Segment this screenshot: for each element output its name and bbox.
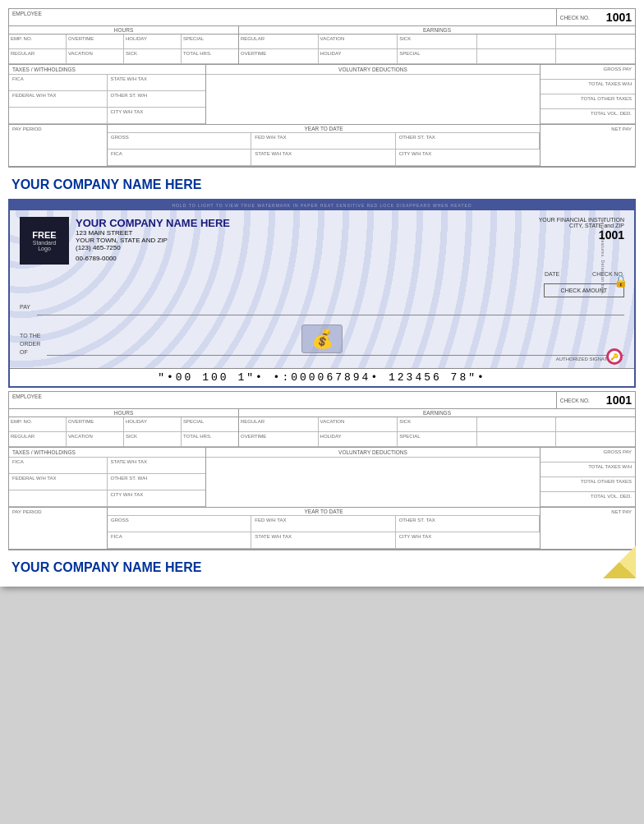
overtime-h: OVERTIME [67, 35, 124, 49]
vol-ded-title: VOLUNTARY DEDUCTIONS [206, 65, 540, 75]
financial-institution: YOUR FINANCIAL INSTITUTION [539, 217, 624, 223]
gross-pay-b: GROSS PAY [540, 448, 635, 463]
check-no-label: CHECK NO. [560, 15, 590, 21]
ytd-state-wh: STATE W/H TAX [251, 150, 395, 166]
check-amount-box: CHECK AMOUNT [544, 283, 624, 297]
employee-label-b: EMPLOYEE [9, 392, 557, 408]
city-state-zip: CITY, STATE and ZIP [539, 223, 624, 228]
to-the-order: TO THEORDEROF [20, 332, 40, 356]
check-address1: 123 MAIN STREET [76, 229, 230, 237]
earnings-title: EARNINGS [239, 26, 635, 35]
check-number-b: 1001 [606, 394, 632, 407]
emp-no: EMP. NO. [9, 35, 67, 49]
other-st-wh-b: OTHER ST. W/H [108, 474, 206, 490]
be-blank2 [556, 417, 635, 432]
state-wh: STATE W/H TAX [108, 75, 206, 91]
check-company-name: YOUR COMPANY NAME HERE [76, 217, 230, 229]
check-no-header: CHECK NO. 1001 [557, 9, 635, 25]
total-other-b: TOTAL OTHER TAXES [540, 477, 635, 492]
e-regular: REGULAR [239, 35, 319, 49]
special-h-b: SPECIAL [182, 417, 238, 432]
micr-line: "•00 100 1"• •:000067894• 123456 78"• [10, 368, 634, 386]
other-st-wh: OTHER ST. W/H [108, 91, 206, 108]
check-no-label-b: CHECK NO. [560, 398, 590, 403]
ytd-city-wh: CITY W/H TAX [396, 150, 540, 166]
total-vol: TOTAL VOL. DED. [540, 109, 635, 124]
logo-logo: Logo [38, 246, 51, 251]
net-pay-b: NET PAY [540, 508, 635, 549]
net-pay: NET PAY [540, 125, 635, 166]
be-vacation: VACATION [319, 417, 398, 432]
be-overtime: OVERTIME [239, 432, 319, 447]
be-sick: SICK [398, 417, 477, 432]
be-blank1 [477, 417, 557, 432]
total-other: TOTAL OTHER TAXES [540, 94, 635, 109]
ytd-other-st: OTHER ST. TAX [396, 133, 540, 150]
gross-pay: GROSS PAY [540, 65, 635, 80]
check-pay-row: PAY [20, 304, 624, 315]
stub-bottom-container: EMPLOYEE CHECK NO. 1001 HOURS EMP. NO. O… [8, 391, 636, 578]
holiday-h: HOLIDAY [124, 35, 182, 49]
total-vol-b: TOTAL VOL. DED. [540, 492, 635, 507]
sick-h-b: SICK [124, 432, 182, 447]
ytd-fica: FICA [108, 150, 251, 166]
lock-icon: 🔒 [614, 274, 628, 288]
fed-wh: FEDERAL W/H TAX [9, 91, 108, 108]
check-number-right: 1001 [539, 228, 624, 242]
check-no-header-b: CHECK NO. 1001 [557, 392, 635, 408]
e-blank2 [556, 35, 635, 49]
check-phone: (123) 465-7250 [76, 244, 230, 251]
pay-period-b: PAY PERIOD [9, 508, 108, 549]
vol-ded-title-b: VOLUNTARY DEDUCTIONS [206, 448, 540, 458]
total-hrs-b: TOTAL HRS. [182, 432, 238, 447]
state-wh-b: STATE W/H TAX [108, 458, 206, 474]
security-text: Security features. Details on back. [600, 219, 605, 296]
be-special: SPECIAL [398, 432, 477, 447]
check-date-row: DATE CHECK NO. [20, 271, 624, 277]
total-hrs: TOTAL HRS. [182, 49, 238, 64]
e-blank1 [477, 35, 557, 49]
city-wh: CITY W/H TAX [108, 108, 206, 124]
tax-blank [9, 108, 108, 124]
special-h: SPECIAL [182, 35, 238, 49]
date-label: DATE [545, 271, 559, 277]
stub-top: EMPLOYEE CHECK NO. 1001 HOURS EMP. NO. O… [8, 8, 636, 168]
employee-label: EMPLOYEE [9, 9, 557, 25]
be-blank4 [556, 432, 635, 447]
earnings-title-b: EARNINGS [239, 409, 635, 417]
e-overtime: OVERTIME [239, 49, 319, 64]
logo-standard: Standard [33, 240, 56, 246]
e-blank3 [477, 49, 557, 64]
fica-b: FICA [9, 458, 108, 474]
company-name-top: YOUR COMPANY NAME HERE [8, 171, 636, 196]
hours-title-b: HOURS [9, 409, 238, 417]
be-regular: REGULAR [239, 417, 319, 432]
check-routing: 00-6789-0000 [76, 255, 230, 262]
check-number: 1001 [606, 11, 632, 24]
logo-free: FREE [32, 230, 56, 240]
total-taxes: TOTAL TAXES W/H [540, 80, 635, 94]
ytd-fed-wh: FED W/H TAX [251, 133, 395, 150]
tax-blank-b [9, 490, 108, 507]
e-special: SPECIAL [398, 49, 477, 64]
vacation-h: VACATION [67, 49, 124, 64]
ytd-gross: GROSS [108, 133, 251, 150]
pay-period: PAY PERIOD [9, 125, 108, 166]
e-blank4 [556, 49, 635, 64]
ytd-title: YEAR TO DATE [108, 125, 540, 133]
ytd-title-b: YEAR TO DATE [108, 508, 540, 516]
fed-wh-b: FEDERAL W/H TAX [9, 474, 108, 490]
check-top-bar: HOLD TO LIGHT TO VIEW TRUE WATERMARK IN … [10, 200, 634, 210]
taxes-title: TAXES / WITHHOLDINGS [9, 65, 205, 75]
company-details: YOUR COMPANY NAME HERE 123 MAIN STREET Y… [76, 217, 230, 262]
check-address2: YOUR TOWN, STATE AND ZIP [76, 237, 230, 244]
ytd-city-wh-b: CITY W/H TAX [396, 532, 540, 549]
ytd-state-wh-b: STATE W/H TAX [251, 532, 395, 549]
e-holiday: HOLIDAY [319, 49, 398, 64]
taxes-title-b: TAXES / WITHHOLDINGS [9, 448, 205, 458]
ytd-other-st-b: OTHER ST. TAX [396, 516, 540, 532]
regular-h: REGULAR [9, 49, 67, 64]
hours-title: HOURS [9, 26, 238, 35]
corner-mark: 🔑 [606, 348, 623, 365]
be-holiday: HOLIDAY [319, 432, 398, 447]
